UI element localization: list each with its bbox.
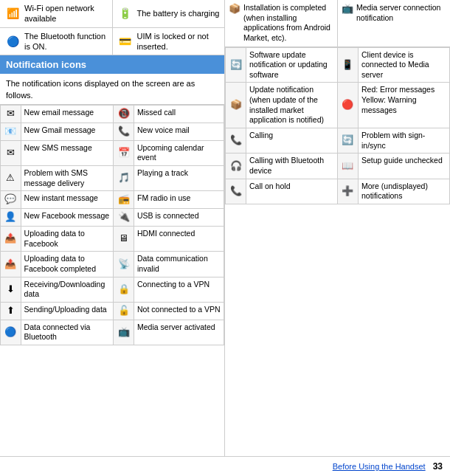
footer: Before Using the Handset 33 <box>0 456 450 476</box>
notif-label: Update notification (when update of the … <box>246 83 338 128</box>
notif-icon: ➕ <box>337 179 358 204</box>
table-row: 📞Calling🔄Problem with sign-in/sync <box>226 128 450 154</box>
top-bar-row2: 🔵 The Bluetooth function is ON. 💳 UIM is… <box>0 28 224 56</box>
notif-icon: 📻 <box>114 191 134 209</box>
notif-label: Uploading data to Facebook <box>21 227 114 252</box>
table-row: 🔄Software update notification or updatin… <box>226 47 450 83</box>
footer-link[interactable]: Before Using the Handset <box>333 462 426 471</box>
notif-icon: 📦 <box>226 83 246 128</box>
notif-icon: 👤 <box>1 209 21 227</box>
notif-icon: ✉ <box>1 140 21 165</box>
notif-icon: 📱 <box>337 47 358 83</box>
table-row: 🔵Data connected via Bluetooth📺Media serv… <box>1 320 224 345</box>
table-row: ✉New email message📵Missed call <box>1 105 224 123</box>
notif-label: Problem with SMS message delivery <box>21 166 114 191</box>
notif-label: FM radio in use <box>134 191 224 209</box>
notif-label: Calling <box>246 128 338 154</box>
table-row: ✉New SMS message📅Upcoming calendar event <box>1 140 224 165</box>
table-row: ⬇Receiving/Downloading data🔒Connecting t… <box>1 277 224 302</box>
left-column: 📶 Wi-Fi open network available 🔋 The bat… <box>0 0 225 456</box>
notif-icon: 🔓 <box>114 302 134 320</box>
install-icon: 📦 <box>229 3 240 15</box>
uim-icon: 💳 <box>117 33 134 49</box>
notif-icon: 📤 <box>1 227 21 252</box>
notif-icon: 📤 <box>1 252 21 277</box>
notif-icon: 🔴 <box>337 83 358 128</box>
right-column: 📦 Installation is completed (when instal… <box>225 0 450 456</box>
notif-icon: 📅 <box>114 140 134 165</box>
table-row: 📦Update notification (when update of the… <box>226 83 450 128</box>
media-server-notif-text: Media server connection notification <box>356 3 446 23</box>
notif-label: Calling with Bluetooth device <box>246 154 338 179</box>
notif-label: Data connected via Bluetooth <box>21 320 114 345</box>
notif-label: Missed call <box>134 105 224 123</box>
page-number: 33 <box>433 461 443 472</box>
media-server-notif-icon: 📺 <box>342 3 353 15</box>
notif-label: New Gmail message <box>21 123 114 140</box>
notif-icon: 🔵 <box>1 320 21 345</box>
main-content: 📶 Wi-Fi open network available 🔋 The bat… <box>0 0 450 456</box>
notif-icon: 📞 <box>226 128 246 154</box>
notif-icon: ⬆ <box>1 302 21 320</box>
notif-label: Client device is connected to Media serv… <box>359 47 450 83</box>
media-server-notif-cell: 📺 Media server connection notification <box>338 0 450 46</box>
top-bar-row1: 📶 Wi-Fi open network available 🔋 The bat… <box>0 0 224 28</box>
notif-label: Call on hold <box>246 179 338 204</box>
notif-icon: ✉ <box>1 105 21 123</box>
notif-label: Playing a track <box>134 166 224 191</box>
uim-cell: 💳 UIM is locked or not inserted. <box>113 28 225 55</box>
notif-label: Receiving/Downloading data <box>21 277 114 302</box>
bluetooth-text: The Bluetooth function is ON. <box>24 31 108 52</box>
bluetooth-cell: 🔵 The Bluetooth function is ON. <box>0 28 113 55</box>
notif-icon: 📵 <box>114 105 134 123</box>
battery-icon: 🔋 <box>117 5 134 21</box>
table-row: 📞Call on hold➕More (undisplayed) notific… <box>226 179 450 204</box>
table-row: 📤Uploading data to Facebook completed📡Da… <box>1 252 224 277</box>
notif-icon: 📺 <box>114 320 134 345</box>
table-row: 🎧Calling with Bluetooth device📖Setup gui… <box>226 154 450 179</box>
left-notif-table: ✉New email message📵Missed call📧New Gmail… <box>0 105 224 345</box>
notif-label: Data communication invalid <box>134 252 224 277</box>
notif-label: USB is connected <box>134 209 224 227</box>
wifi-text: Wi-Fi open network available <box>24 3 108 24</box>
table-row: 💬New instant message📻FM radio in use <box>1 191 224 209</box>
bluetooth-icon: 🔵 <box>4 33 21 49</box>
notif-icon: 📧 <box>1 123 21 140</box>
table-row: 📤Uploading data to Facebook🖥HDMI connect… <box>1 227 224 252</box>
notif-label: Uploading data to Facebook completed <box>21 252 114 277</box>
table-row: ⬆Sending/Uploading data🔓Not connected to… <box>1 302 224 320</box>
notif-icon: 💬 <box>1 191 21 209</box>
notif-label: More (undisplayed) notifications <box>359 179 450 204</box>
notif-icon: 📡 <box>114 252 134 277</box>
notif-label: Setup guide unchecked <box>359 154 450 179</box>
page-wrapper: 📶 Wi-Fi open network available 🔋 The bat… <box>0 0 450 476</box>
notif-icon: 🖥 <box>114 227 134 252</box>
notif-label: Software update notification or updating… <box>246 47 338 83</box>
notif-subtitle-text: The notification icons displayed on the … <box>6 79 195 99</box>
install-complete-cell: 📦 Installation is completed (when instal… <box>225 0 338 46</box>
notif-heading-text: Notification icons <box>6 59 86 70</box>
notif-label: Connecting to a VPN <box>134 277 224 302</box>
right-top-section: 📦 Installation is completed (when instal… <box>225 0 450 47</box>
notif-label: New voice mail <box>134 123 224 140</box>
notif-icon: 🔒 <box>114 277 134 302</box>
notif-icon: 📞 <box>226 179 246 204</box>
battery-text: The battery is charging <box>137 8 220 18</box>
notif-label: HDMI connected <box>134 227 224 252</box>
right-notif-table: 🔄Software update notification or updatin… <box>225 47 450 204</box>
notif-icon: 🔄 <box>337 128 358 154</box>
battery-cell: 🔋 The battery is charging <box>113 0 225 27</box>
notif-label: Not connected to a VPN <box>134 302 224 320</box>
notif-icon: 📞 <box>114 123 134 140</box>
notif-label: Problem with sign-in/sync <box>359 128 450 154</box>
notif-label: Media server activated <box>134 320 224 345</box>
notif-icon: 🎧 <box>226 154 246 179</box>
notif-subtitle: The notification icons displayed on the … <box>0 74 224 105</box>
notif-icon: 🔄 <box>226 47 246 83</box>
wifi-cell: 📶 Wi-Fi open network available <box>0 0 113 27</box>
install-text: Installation is completed (when installi… <box>243 3 333 44</box>
uim-text: UIM is locked or not inserted. <box>137 31 221 52</box>
notif-label: New Facebook message <box>21 209 114 227</box>
table-row: ⚠Problem with SMS message delivery🎵Playi… <box>1 166 224 191</box>
notif-label: New SMS message <box>21 140 114 165</box>
